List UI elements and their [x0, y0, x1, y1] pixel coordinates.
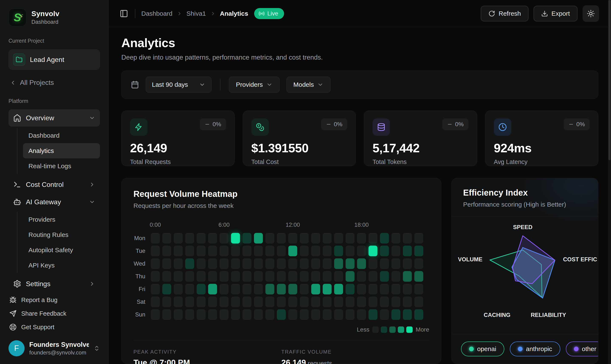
sidebar-item-analytics[interactable]: Analytics	[23, 143, 100, 158]
heatmap-cell[interactable]	[414, 246, 423, 256]
heatmap-cell[interactable]	[300, 246, 309, 256]
heatmap-cell[interactable]	[346, 258, 354, 269]
heatmap-cell[interactable]	[414, 258, 423, 269]
project-card[interactable]: Lead Agent	[9, 49, 100, 70]
heatmap-cell[interactable]	[414, 233, 423, 244]
heatmap-cell[interactable]	[391, 309, 400, 320]
heatmap-cell[interactable]	[391, 258, 400, 269]
sidebar-item-overview[interactable]: Overview	[9, 109, 100, 127]
heatmap-cell[interactable]	[254, 309, 263, 320]
heatmap-cell[interactable]	[380, 309, 389, 320]
legend-openai[interactable]: openai	[461, 341, 504, 356]
heatmap-cell[interactable]	[414, 284, 423, 294]
heatmap-cell[interactable]	[323, 271, 332, 282]
sidebar-item-api-keys[interactable]: API Keys	[23, 258, 100, 273]
heatmap-cell[interactable]	[162, 284, 171, 294]
heatmap-cell[interactable]	[300, 284, 309, 294]
heatmap-cell[interactable]	[288, 271, 297, 282]
heatmap-cell[interactable]	[174, 258, 183, 269]
heatmap-cell[interactable]	[311, 246, 320, 256]
heatmap-cell[interactable]	[197, 284, 206, 294]
heatmap-cell[interactable]	[288, 284, 297, 294]
heatmap-cell[interactable]	[414, 297, 423, 307]
heatmap-cell[interactable]	[288, 246, 297, 256]
heatmap-cell[interactable]	[300, 309, 309, 320]
heatmap-cell[interactable]	[151, 233, 160, 244]
heatmap-cell[interactable]	[323, 309, 332, 320]
heatmap-cell[interactable]	[368, 284, 377, 294]
heatmap-cell[interactable]	[277, 258, 286, 269]
sidebar-item-routing-rules[interactable]: Routing Rules	[23, 227, 100, 242]
breadcrumb-project[interactable]: Shiva1	[186, 10, 206, 17]
heatmap-cell[interactable]	[334, 297, 343, 307]
heatmap-cell[interactable]	[208, 271, 217, 282]
heatmap-cell[interactable]	[346, 284, 354, 294]
heatmap-cell[interactable]	[311, 284, 320, 294]
heatmap-cell[interactable]	[380, 246, 389, 256]
heatmap-cell[interactable]	[403, 233, 412, 244]
heatmap-cell[interactable]	[220, 246, 229, 256]
heatmap-cell[interactable]	[380, 271, 389, 282]
heatmap-cell[interactable]	[220, 284, 229, 294]
heatmap-cell[interactable]	[288, 233, 297, 244]
sidebar-item-cost-control[interactable]: Cost Control	[9, 176, 100, 193]
heatmap-cell[interactable]	[231, 271, 240, 282]
heatmap-cell[interactable]	[254, 246, 263, 256]
heatmap-cell[interactable]	[185, 297, 194, 307]
heatmap-cell[interactable]	[243, 271, 251, 282]
heatmap-cell[interactable]	[403, 297, 412, 307]
heatmap-cell[interactable]	[265, 246, 274, 256]
heatmap-cell[interactable]	[414, 309, 423, 320]
heatmap-cell[interactable]	[357, 271, 366, 282]
legend-anthropic[interactable]: anthropic	[510, 341, 560, 356]
export-button[interactable]: Export	[533, 6, 577, 21]
heatmap-cell[interactable]	[346, 246, 354, 256]
heatmap-cell[interactable]	[288, 258, 297, 269]
heatmap-cell[interactable]	[380, 297, 389, 307]
heatmap-cell[interactable]	[162, 297, 171, 307]
heatmap-cell[interactable]	[323, 284, 332, 294]
heatmap-cell[interactable]	[311, 297, 320, 307]
heatmap-cell[interactable]	[174, 233, 183, 244]
sidebar-item-dashboard[interactable]: Dashboard	[23, 128, 100, 143]
heatmap-cell[interactable]	[277, 297, 286, 307]
heatmap-cell[interactable]	[277, 271, 286, 282]
share-feedback-link[interactable]: Share Feedback	[9, 307, 100, 320]
heatmap-cell[interactable]	[311, 233, 320, 244]
heatmap-cell[interactable]	[162, 271, 171, 282]
heatmap-cell[interactable]	[334, 271, 343, 282]
heatmap-cell[interactable]	[403, 258, 412, 269]
heatmap-cell[interactable]	[323, 246, 332, 256]
heatmap-cell[interactable]	[403, 246, 412, 256]
heatmap-cell[interactable]	[162, 233, 171, 244]
heatmap-cell[interactable]	[208, 233, 217, 244]
heatmap-cell[interactable]	[185, 284, 194, 294]
theme-toggle-button[interactable]	[583, 5, 599, 22]
heatmap-cell[interactable]	[368, 297, 377, 307]
sidebar-item-providers[interactable]: Providers	[23, 212, 100, 227]
heatmap-cell[interactable]	[151, 297, 160, 307]
heatmap-cell[interactable]	[357, 297, 366, 307]
heatmap-cell[interactable]	[368, 309, 377, 320]
heatmap-cell[interactable]	[357, 309, 366, 320]
heatmap-cell[interactable]	[243, 297, 251, 307]
get-support-link[interactable]: Get Support	[9, 320, 100, 334]
heatmap-cell[interactable]	[368, 258, 377, 269]
heatmap-cell[interactable]	[288, 309, 297, 320]
heatmap-cell[interactable]	[300, 258, 309, 269]
heatmap-cell[interactable]	[185, 258, 194, 269]
heatmap-cell[interactable]	[174, 297, 183, 307]
sidebar-item-realtime-logs[interactable]: Real-time Logs	[23, 158, 100, 174]
heatmap-cell[interactable]	[162, 309, 171, 320]
heatmap-cell[interactable]	[243, 258, 251, 269]
breadcrumb-dashboard[interactable]: Dashboard	[141, 10, 172, 17]
heatmap-cell[interactable]	[265, 258, 274, 269]
heatmap-cell[interactable]	[323, 258, 332, 269]
heatmap-cell[interactable]	[391, 233, 400, 244]
heatmap-cell[interactable]	[265, 271, 274, 282]
heatmap-cell[interactable]	[208, 258, 217, 269]
heatmap-cell[interactable]	[265, 284, 274, 294]
heatmap-cell[interactable]	[346, 233, 354, 244]
scrollbar-thumb[interactable]	[609, 0, 611, 160]
sidebar-item-settings[interactable]: Settings	[9, 275, 100, 293]
